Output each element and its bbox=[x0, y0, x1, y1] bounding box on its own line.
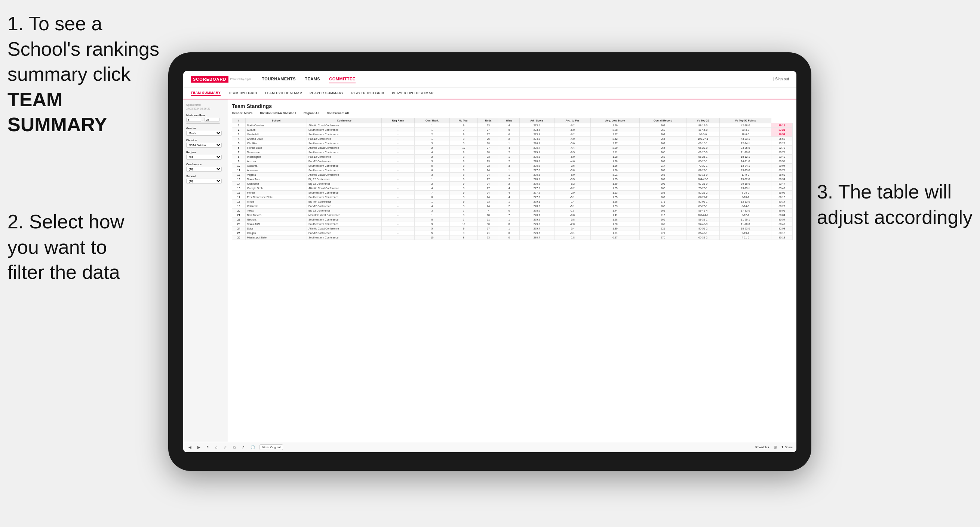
share-btn[interactable]: ⬆ Share bbox=[781, 446, 793, 449]
table-row: 25 Oregon Pac-12 Conference - 5 9 21 0 2… bbox=[232, 231, 793, 235]
cell-top25: 13-24-1 bbox=[719, 164, 771, 168]
cell-avg-par: 2.11 bbox=[591, 150, 640, 155]
cell-conf-rank: 1 bbox=[415, 123, 450, 128]
cell-avg-par: 1.39 bbox=[591, 227, 640, 231]
logo-scoreboard: SCOREBOARD bbox=[191, 76, 229, 83]
cell-overall: 86-25-1 bbox=[686, 155, 720, 159]
toolbar-grid[interactable]: ⊞ bbox=[772, 444, 778, 450]
cell-adj: -6.0 bbox=[554, 128, 591, 132]
cell-conf: Pac-12 Conference bbox=[307, 204, 382, 209]
cell-no-tour: 9 bbox=[449, 190, 477, 195]
cell-adj: -5.1 bbox=[554, 204, 591, 209]
table-row: 21 New Mexico Mountain West Conference -… bbox=[232, 213, 793, 217]
cell-score: 273.6 bbox=[519, 128, 554, 132]
min-roo-from[interactable] bbox=[186, 118, 201, 122]
min-roo-to[interactable] bbox=[205, 118, 220, 122]
cell-overall: 82-05-1 bbox=[686, 200, 720, 204]
cell-conf: Atlantic Coast Conference bbox=[307, 227, 382, 231]
cell-rnds: 18 bbox=[478, 150, 499, 155]
cell-avg-low: 270 bbox=[640, 235, 686, 240]
cell-rnds: 24 bbox=[478, 195, 499, 200]
cell-rnds: 18 bbox=[478, 141, 499, 146]
cell-no-tour: 7 bbox=[449, 217, 477, 222]
cell-overall: 90-51-2 bbox=[686, 227, 720, 231]
cell-rank: 17 bbox=[232, 195, 246, 200]
table-title: Team Standings bbox=[232, 103, 793, 109]
nav-committee[interactable]: COMMITTEE bbox=[329, 75, 356, 83]
gender-label: Gender bbox=[186, 127, 225, 130]
cell-reg-rank: - bbox=[381, 164, 414, 168]
toolbar-back[interactable]: ◀ bbox=[187, 444, 193, 450]
cell-top25: 12-14-1 bbox=[719, 141, 771, 146]
table-row: 7 Tennessee Southeastern Conference - 4 … bbox=[232, 150, 793, 155]
region-select[interactable]: N/A bbox=[186, 155, 222, 160]
view-original-btn[interactable]: View: Original bbox=[259, 444, 283, 450]
toolbar-bookmark[interactable]: ☆ bbox=[222, 444, 229, 450]
cell-rnds: 24 bbox=[478, 190, 499, 195]
toolbar-clock[interactable]: 🕐 bbox=[249, 444, 256, 450]
school-select[interactable]: (All) bbox=[186, 179, 222, 184]
col-overall: Overall Record bbox=[640, 118, 686, 123]
cell-no-tour: 8 bbox=[449, 159, 477, 164]
sub-nav-team-h2h-heatmap[interactable]: TEAM H2H HEATMAP bbox=[265, 90, 302, 96]
cell-adj: -4.6 bbox=[554, 159, 591, 164]
cell-rank: 18 bbox=[232, 200, 246, 204]
cell-avg-par: 1.21 bbox=[591, 231, 640, 235]
cell-reg-rank: - bbox=[381, 213, 414, 217]
cell-no-tour: 8 bbox=[449, 235, 477, 240]
sign-out-link[interactable]: | Sign out bbox=[773, 77, 789, 81]
cell-no-tour: 9 bbox=[449, 132, 477, 137]
toolbar-share-2[interactable]: ↗ bbox=[240, 444, 246, 450]
min-roo-slider[interactable] bbox=[186, 122, 220, 124]
cell-avg-par: 1.85 bbox=[591, 186, 640, 190]
cell-conf-rank: 1 bbox=[415, 213, 450, 217]
sub-nav-player-h2h-heatmap[interactable]: PLAYER H2H HEATMAP bbox=[392, 90, 434, 96]
cell-rnds: 23 bbox=[478, 235, 499, 240]
cell-school: Georgia bbox=[245, 217, 307, 222]
cell-score: 273.5 bbox=[519, 123, 554, 128]
toolbar-refresh[interactable]: ↻ bbox=[205, 444, 211, 450]
cell-avg-par: 2.70 bbox=[591, 123, 640, 128]
nav-tournaments[interactable]: TOURNAMENTS bbox=[262, 75, 296, 83]
cell-no-tour: 10 bbox=[449, 146, 477, 150]
cell-reg-rank: - bbox=[381, 141, 414, 146]
cell-conf-rank: 3 bbox=[415, 159, 450, 164]
conference-select[interactable]: (All) bbox=[186, 167, 222, 171]
cell-pts: 80.84 bbox=[772, 213, 793, 217]
cell-conf-rank: 4 bbox=[415, 150, 450, 155]
cell-adj: -4.4 bbox=[554, 146, 591, 150]
cell-conf: Atlantic Coast Conference bbox=[307, 186, 382, 190]
cell-reg-rank: - bbox=[381, 123, 414, 128]
division-select[interactable]: NCAA Division I bbox=[186, 143, 222, 148]
sub-nav-player-h2h-grid[interactable]: PLAYER H2H GRID bbox=[351, 90, 384, 96]
cell-avg-par: 2.52 bbox=[591, 137, 640, 141]
cell-adj: -5.8 bbox=[554, 217, 591, 222]
cell-conf: Southeastern Conference bbox=[307, 150, 382, 155]
cell-pts: 83.47 bbox=[772, 182, 793, 186]
toolbar-forward[interactable]: ▶ bbox=[196, 444, 202, 450]
toolbar-copy[interactable]: ⧉ bbox=[231, 444, 237, 450]
cell-wins: 0 bbox=[499, 209, 519, 213]
nav-teams[interactable]: TEAMS bbox=[305, 75, 320, 83]
gender-select[interactable]: Men's bbox=[186, 131, 222, 136]
cell-reg-rank: - bbox=[381, 137, 414, 141]
toolbar-home[interactable]: ⌂ bbox=[214, 444, 219, 450]
sub-nav-team-h2h-grid[interactable]: TEAM H2H GRID bbox=[228, 90, 257, 96]
table-area: Team Standings Gender: Men's Division: N… bbox=[228, 99, 796, 442]
cell-avg-par: 2.88 bbox=[591, 128, 640, 132]
cell-overall: 95-29-0 bbox=[686, 146, 720, 150]
cell-pts: 80.14 bbox=[772, 200, 793, 204]
sub-nav-player-summary[interactable]: PLAYER SUMMARY bbox=[310, 90, 344, 96]
cell-school: California bbox=[245, 204, 307, 209]
watch-btn[interactable]: 👁 Watch ▾ bbox=[755, 446, 770, 449]
cell-pts: 80.54 bbox=[772, 217, 793, 222]
sub-nav-team-summary[interactable]: TEAM SUMMARY bbox=[191, 90, 221, 96]
cell-pts: 85.58 bbox=[772, 137, 793, 141]
cell-conf-rank: 5 bbox=[415, 164, 450, 168]
cell-school: Illinois bbox=[245, 200, 307, 204]
cell-rank: 22 bbox=[232, 217, 246, 222]
cell-conf-rank: 2 bbox=[415, 132, 450, 137]
cell-school: Ole Miss bbox=[245, 141, 307, 146]
cell-top25: 11-29-1 bbox=[719, 217, 771, 222]
cell-rank: 20 bbox=[232, 209, 246, 213]
